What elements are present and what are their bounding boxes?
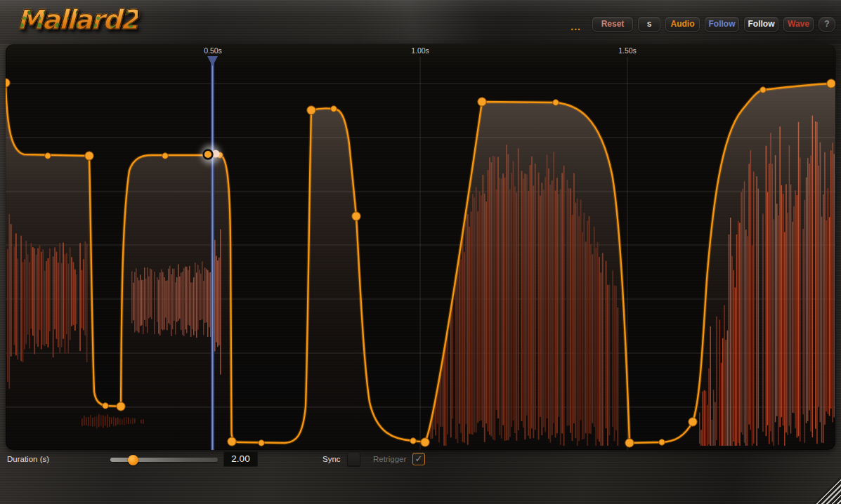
resize-grip[interactable] bbox=[813, 476, 841, 504]
retrigger-checkbox[interactable]: ✓ bbox=[412, 453, 425, 465]
envelope-point[interactable] bbox=[659, 439, 665, 446]
playhead-marker-icon bbox=[207, 56, 218, 66]
duration-label: Duration (s) bbox=[7, 455, 49, 463]
toolbar: ... Reset s Audio Follow Follow Wave ? bbox=[571, 15, 835, 32]
footer-controls: Duration (s) 2.00 Sync ✓ Retrigger ✓ bbox=[0, 450, 841, 471]
svg-text:1.00s: 1.00s bbox=[411, 46, 429, 55]
envelope-point[interactable] bbox=[760, 87, 767, 93]
svg-text:1.50s: 1.50s bbox=[618, 46, 637, 55]
envelope-point[interactable] bbox=[103, 403, 109, 409]
time-labels: 0.50s1.00s1.50s bbox=[204, 46, 637, 55]
wave-button[interactable]: Wave bbox=[783, 17, 814, 32]
retrigger-label: Retrigger bbox=[373, 455, 406, 463]
sync-checkbox[interactable]: ✓ bbox=[347, 453, 360, 466]
envelope-point[interactable] bbox=[162, 153, 169, 159]
envelope-point[interactable] bbox=[478, 98, 486, 106]
audio-button[interactable]: Audio bbox=[665, 17, 700, 32]
follow-button-1[interactable]: Follow bbox=[705, 17, 739, 32]
envelope-point[interactable] bbox=[625, 439, 634, 447]
envelope-point[interactable] bbox=[331, 106, 337, 112]
envelope-point[interactable] bbox=[228, 437, 236, 446]
envelope-point[interactable] bbox=[352, 212, 360, 220]
more-button[interactable]: ... bbox=[571, 15, 581, 32]
envelope-point-selected[interactable] bbox=[204, 150, 213, 159]
envelope-point[interactable] bbox=[827, 79, 835, 88]
envelope-point[interactable] bbox=[117, 402, 125, 411]
envelope-point[interactable] bbox=[259, 440, 265, 446]
envelope-point[interactable] bbox=[307, 106, 315, 114]
envelope-canvas[interactable]: 0.50s1.00s1.50s bbox=[6, 44, 835, 450]
envelope-point[interactable] bbox=[421, 438, 429, 446]
envelope-point[interactable] bbox=[45, 153, 51, 159]
duration-slider-track[interactable] bbox=[110, 458, 218, 462]
reset-button[interactable]: Reset bbox=[592, 17, 633, 32]
app-logo: Mallard2 bbox=[17, 3, 138, 37]
duration-value[interactable]: 2.00 bbox=[223, 451, 258, 467]
envelope-point[interactable] bbox=[6, 79, 10, 87]
envelope-point[interactable] bbox=[553, 100, 559, 106]
help-button[interactable]: ? bbox=[819, 17, 835, 32]
sync-label: Sync bbox=[322, 455, 341, 463]
envelope-point[interactable] bbox=[85, 152, 93, 160]
envelope-point[interactable] bbox=[689, 418, 697, 426]
svg-text:0.50s: 0.50s bbox=[204, 46, 222, 55]
envelope-editor[interactable]: 0.50s1.00s1.50s bbox=[6, 44, 835, 450]
envelope-point[interactable] bbox=[410, 438, 417, 444]
follow-button-2[interactable]: Follow bbox=[744, 17, 778, 32]
duration-slider[interactable] bbox=[110, 450, 218, 470]
s-button[interactable]: s bbox=[638, 17, 660, 32]
plugin-window: Mallard2 ... Reset s Audio Follow Follow… bbox=[0, 0, 841, 504]
check-icon: ✓ bbox=[413, 453, 424, 464]
duration-slider-knob[interactable] bbox=[128, 455, 138, 465]
